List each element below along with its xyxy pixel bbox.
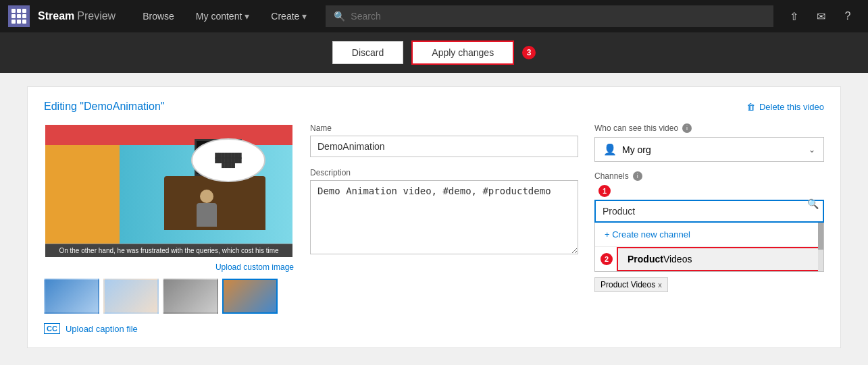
channels-label: Channels i xyxy=(594,171,824,181)
channel-search-input[interactable] xyxy=(594,200,824,223)
mycontent-chevron: ▾ xyxy=(245,11,249,22)
logo-stream: Stream xyxy=(38,10,74,22)
step-2-badge: 2 xyxy=(601,253,613,265)
edit-header: Editing "DemoAnimation" 🗑 Delete this vi… xyxy=(44,101,824,113)
visibility-label: Who can see this video i xyxy=(594,123,824,133)
channel-dropdown: + Create new channel 2 Product Videos xyxy=(594,223,824,272)
scene: ████████████ ████████████████████ On the… xyxy=(45,125,292,257)
create-chevron: ▾ xyxy=(302,11,307,22)
left-column: ████████████ ████████████████████ On the… xyxy=(44,123,294,334)
right-column: Who can see this video i 👤 My org ⌄ Chan… xyxy=(594,123,824,334)
channel-tag-product-videos[interactable]: Product Videos x xyxy=(594,277,668,292)
cc-icon: CC xyxy=(44,323,60,334)
edit-title: Editing "DemoAnimation" xyxy=(44,101,165,113)
thumbnail-4[interactable] xyxy=(222,279,278,314)
description-input[interactable]: Demo Animation video, #demo, #productdem… xyxy=(310,180,578,254)
channel-item-bold-text: Product xyxy=(628,254,663,264)
person-icon: 👤 xyxy=(603,143,617,156)
create-new-channel-button[interactable]: + Create new channel xyxy=(595,223,823,247)
step-badge: 3 xyxy=(522,46,536,59)
thumb-caption: On the other hand, he was frustrated wit… xyxy=(45,244,292,257)
delete-video-button[interactable]: 🗑 Delete this video xyxy=(746,102,824,112)
visibility-select[interactable]: 👤 My org ⌄ xyxy=(594,137,824,162)
name-field-group: Name xyxy=(310,123,578,157)
trash-icon: 🗑 xyxy=(746,102,755,112)
channel-search-icon: 🔍 xyxy=(807,198,819,209)
visibility-chevron-icon: ⌄ xyxy=(809,145,815,155)
search-input[interactable] xyxy=(351,11,765,22)
search-bar[interactable]: 🔍 xyxy=(326,5,773,27)
selected-tags: Product Videos x xyxy=(594,277,824,292)
main-thumbnail: ████████████ ████████████████████ On the… xyxy=(44,123,294,258)
edit-panel: Editing "DemoAnimation" 🗑 Delete this vi… xyxy=(27,86,841,348)
logo-preview: Preview xyxy=(77,10,116,22)
name-label: Name xyxy=(310,123,578,133)
channel-product-videos-item[interactable]: Product Videos xyxy=(617,247,823,271)
action-bar: Discard Apply changes 3 xyxy=(0,32,868,73)
channels-info-icon[interactable]: i xyxy=(633,171,642,181)
thumbnail-1[interactable] xyxy=(44,279,99,314)
edit-body: ████████████ ████████████████████ On the… xyxy=(44,123,824,334)
thumbnail-3[interactable] xyxy=(163,279,218,314)
app-logo[interactable]: Stream Preview xyxy=(38,10,116,22)
step-1-badge: 1 xyxy=(598,185,611,197)
discard-button[interactable]: Discard xyxy=(332,41,403,64)
description-label: Description xyxy=(310,168,578,177)
apply-changes-button[interactable]: Apply changes xyxy=(411,40,514,65)
upload-caption-file-link[interactable]: CC Upload caption file xyxy=(44,323,294,334)
thumbnail-2[interactable] xyxy=(103,279,159,314)
upload-icon-btn[interactable]: ⇧ xyxy=(782,4,806,28)
scroll-thumb xyxy=(818,223,823,250)
top-nav: Stream Preview Browse My content ▾ Creat… xyxy=(0,0,868,32)
channel-search-wrap: 1 🔍 xyxy=(594,185,824,223)
visibility-info-icon[interactable]: i xyxy=(682,123,692,133)
nav-create[interactable]: Create ▾ xyxy=(260,0,317,32)
nav-mycontent[interactable]: My content ▾ xyxy=(185,0,260,32)
visibility-value: My org xyxy=(622,144,651,155)
main-content: Editing "DemoAnimation" 🗑 Delete this vi… xyxy=(0,73,868,362)
channel-item-rest-text: Videos xyxy=(663,254,692,264)
nav-browse[interactable]: Browse xyxy=(132,0,185,32)
upload-custom-image-link[interactable]: Upload custom image xyxy=(44,262,294,272)
dropdown-scrollbar[interactable] xyxy=(818,223,823,271)
description-field-group: Description Demo Animation video, #demo,… xyxy=(310,168,578,256)
mid-column: Name Description Demo Animation video, #… xyxy=(310,123,578,334)
nav-icons: ⇧ ✉ ? xyxy=(782,4,860,28)
name-input[interactable] xyxy=(310,136,578,157)
search-icon: 🔍 xyxy=(334,11,345,22)
tag-remove-icon[interactable]: x xyxy=(658,281,662,289)
mail-icon-btn[interactable]: ✉ xyxy=(809,4,833,28)
thumbnail-strip xyxy=(44,279,294,314)
waffle-button[interactable] xyxy=(8,5,30,27)
help-icon-btn[interactable]: ? xyxy=(836,4,860,28)
